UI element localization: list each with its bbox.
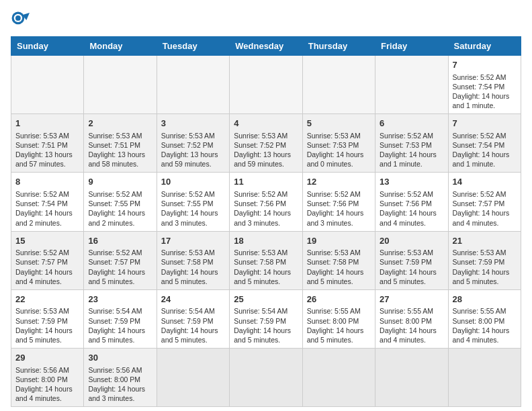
calendar-cell: 7Sunrise: 5:52 AMSunset: 7:54 PMDaylight… <box>448 114 521 173</box>
week-row: 7Sunrise: 5:52 AMSunset: 7:54 PMDaylight… <box>11 56 521 114</box>
sunset-label: Sunset: 7:55 PM <box>88 199 140 208</box>
header <box>11 11 521 30</box>
sunset-label: Sunset: 7:58 PM <box>234 258 286 266</box>
day-number: 7 <box>453 59 517 71</box>
daylight-label: Daylight: 14 hours and 2 minutes. <box>15 209 73 226</box>
daylight-label: Daylight: 14 hours and 0 minutes. <box>307 150 364 168</box>
sunrise-label: Sunrise: 5:52 AM <box>380 190 433 198</box>
sunset-label: Sunset: 7:52 PM <box>161 141 214 149</box>
sunset-label: Sunset: 7:57 PM <box>88 258 140 266</box>
calendar-cell: 9Sunrise: 5:52 AMSunset: 7:55 PMDaylight… <box>84 173 157 231</box>
sunset-label: Sunset: 8:00 PM <box>453 317 505 325</box>
daylight-label: Daylight: 14 hours and 4 minutes. <box>15 385 73 402</box>
day-header-wednesday: Wednesday <box>230 37 302 56</box>
daylight-label: Daylight: 14 hours and 5 minutes. <box>307 268 364 285</box>
calendar-header: SundayMondayTuesdayWednesdayThursdayFrid… <box>11 37 521 56</box>
day-header-thursday: Thursday <box>302 37 375 56</box>
calendar-cell: 15Sunrise: 5:52 AMSunset: 7:57 PMDayligh… <box>11 231 84 289</box>
daylight-label: Daylight: 14 hours and 3 minutes. <box>161 209 218 226</box>
sunrise-label: Sunrise: 5:54 AM <box>161 307 215 315</box>
sunset-label: Sunset: 7:58 PM <box>161 258 214 266</box>
day-number: 5 <box>307 118 371 130</box>
daylight-label: Daylight: 14 hours and 3 minutes. <box>307 209 364 226</box>
header-row: SundayMondayTuesdayWednesdayThursdayFrid… <box>11 37 521 56</box>
sunset-label: Sunset: 7:59 PM <box>234 317 286 325</box>
daylight-label: Daylight: 14 hours and 4 minutes. <box>380 209 437 226</box>
week-row: 22Sunrise: 5:53 AMSunset: 7:59 PMDayligh… <box>11 289 521 348</box>
calendar-cell: 5Sunrise: 5:53 AMSunset: 7:53 PMDaylight… <box>302 114 375 173</box>
day-number: 11 <box>234 176 298 188</box>
daylight-label: Daylight: 14 hours and 5 minutes. <box>380 268 437 285</box>
sunset-label: Sunset: 7:51 PM <box>15 141 68 149</box>
sunrise-label: Sunrise: 5:53 AM <box>234 132 287 140</box>
svg-point-2 <box>15 15 21 21</box>
sunset-label: Sunset: 8:00 PM <box>380 317 432 325</box>
sunrise-label: Sunrise: 5:53 AM <box>380 248 433 257</box>
day-number: 6 <box>380 118 443 130</box>
daylight-label: Daylight: 14 hours and 5 minutes. <box>161 268 218 285</box>
logo <box>11 11 32 30</box>
day-number: 9 <box>88 176 152 188</box>
calendar-cell: 26Sunrise: 5:55 AMSunset: 8:00 PMDayligh… <box>302 289 375 348</box>
calendar-cell <box>84 56 157 114</box>
daylight-label: Daylight: 13 hours and 58 minutes. <box>88 150 145 168</box>
sunset-label: Sunset: 7:54 PM <box>15 199 68 208</box>
calendar-cell <box>11 56 84 114</box>
calendar-cell: 10Sunrise: 5:52 AMSunset: 7:55 PMDayligh… <box>157 173 229 231</box>
daylight-label: Daylight: 14 hours and 5 minutes. <box>453 268 510 285</box>
sunrise-label: Sunrise: 5:52 AM <box>453 73 506 81</box>
sunset-label: Sunset: 7:59 PM <box>380 258 432 266</box>
calendar-body: 7Sunrise: 5:52 AMSunset: 7:54 PMDaylight… <box>11 56 521 407</box>
day-number: 24 <box>161 293 225 306</box>
sunset-label: Sunset: 7:51 PM <box>88 141 140 149</box>
calendar-cell: 7Sunrise: 5:52 AMSunset: 7:54 PMDaylight… <box>448 56 521 114</box>
daylight-label: Daylight: 14 hours and 4 minutes. <box>453 326 510 344</box>
day-number: 4 <box>234 118 298 130</box>
sunrise-label: Sunrise: 5:55 AM <box>307 307 361 315</box>
calendar-cell: 19Sunrise: 5:53 AMSunset: 7:58 PMDayligh… <box>302 231 375 289</box>
sunrise-label: Sunrise: 5:52 AM <box>453 132 506 140</box>
calendar-cell <box>157 56 229 114</box>
daylight-label: Daylight: 14 hours and 1 minute. <box>453 92 510 109</box>
calendar-cell <box>157 349 229 407</box>
sunrise-label: Sunrise: 5:53 AM <box>15 307 69 315</box>
sunrise-label: Sunrise: 5:52 AM <box>15 248 69 257</box>
calendar-cell <box>230 56 302 114</box>
sunrise-label: Sunrise: 5:54 AM <box>234 307 287 315</box>
day-header-sunday: Sunday <box>11 37 84 56</box>
daylight-label: Daylight: 13 hours and 59 minutes. <box>161 150 218 168</box>
daylight-label: Daylight: 14 hours and 4 minutes. <box>453 209 510 226</box>
week-row: 8Sunrise: 5:52 AMSunset: 7:54 PMDaylight… <box>11 173 521 231</box>
calendar-cell: 12Sunrise: 5:52 AMSunset: 7:56 PMDayligh… <box>302 173 375 231</box>
daylight-label: Daylight: 14 hours and 3 minutes. <box>234 209 291 226</box>
day-number: 29 <box>15 352 79 364</box>
sunrise-label: Sunrise: 5:56 AM <box>15 366 69 374</box>
day-number: 19 <box>307 235 371 247</box>
sunset-label: Sunset: 7:58 PM <box>307 258 359 266</box>
week-row: 15Sunrise: 5:52 AMSunset: 7:57 PMDayligh… <box>11 231 521 289</box>
day-number: 18 <box>234 235 298 247</box>
sunrise-label: Sunrise: 5:53 AM <box>307 248 361 257</box>
sunrise-label: Sunrise: 5:52 AM <box>234 190 287 198</box>
day-header-tuesday: Tuesday <box>157 37 229 56</box>
calendar-cell: 3Sunrise: 5:53 AMSunset: 7:52 PMDaylight… <box>157 114 229 173</box>
day-number: 21 <box>453 235 517 247</box>
sunrise-label: Sunrise: 5:52 AM <box>88 190 142 198</box>
sunrise-label: Sunrise: 5:55 AM <box>453 307 506 315</box>
day-number: 15 <box>15 235 79 247</box>
sunset-label: Sunset: 8:00 PM <box>307 317 359 325</box>
sunrise-label: Sunrise: 5:53 AM <box>161 248 215 257</box>
sunrise-label: Sunrise: 5:52 AM <box>380 132 433 140</box>
sunset-label: Sunset: 7:55 PM <box>161 199 214 208</box>
day-number: 13 <box>380 176 443 188</box>
sunset-label: Sunset: 8:00 PM <box>88 375 140 383</box>
calendar-cell <box>302 56 375 114</box>
day-number: 8 <box>15 176 79 188</box>
sunrise-label: Sunrise: 5:53 AM <box>234 248 287 257</box>
calendar-cell <box>375 349 448 407</box>
calendar-cell: 4Sunrise: 5:53 AMSunset: 7:52 PMDaylight… <box>230 114 302 173</box>
day-number: 30 <box>88 352 152 364</box>
daylight-label: Daylight: 14 hours and 5 minutes. <box>88 268 145 285</box>
sunset-label: Sunset: 7:57 PM <box>453 199 505 208</box>
calendar-cell: 18Sunrise: 5:53 AMSunset: 7:58 PMDayligh… <box>230 231 302 289</box>
